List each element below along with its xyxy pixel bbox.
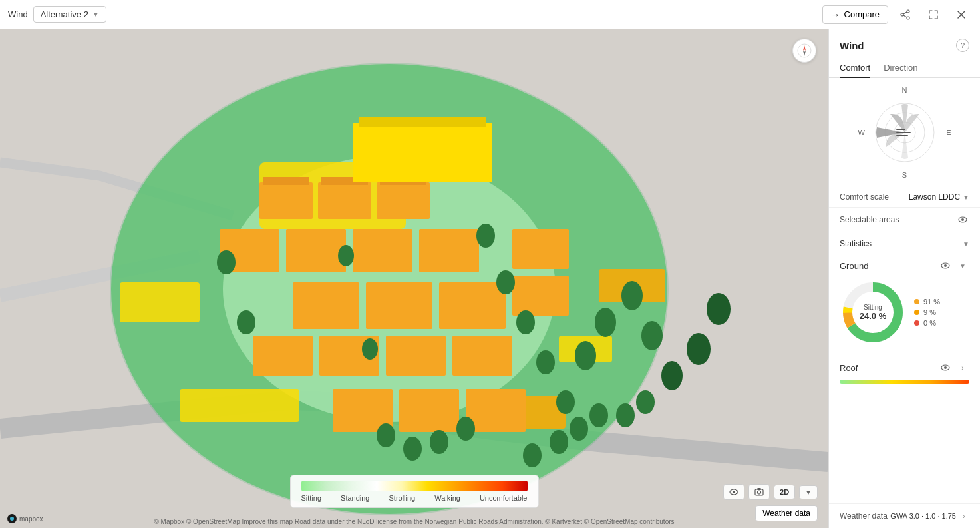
comfort-scale-row: Comfort scale Lawson LDDC ▼ xyxy=(829,187,980,208)
weather-data-arrow[interactable]: › xyxy=(959,511,969,521)
roof-bar xyxy=(840,380,969,384)
donut-center-text: Sitting xyxy=(860,304,886,311)
visibility-toggle[interactable] xyxy=(723,484,744,500)
statistics-chevron-icon: ▼ xyxy=(963,240,969,248)
svg-rect-23 xyxy=(353,123,492,182)
roof-eye-icon xyxy=(941,363,950,372)
svg-point-50 xyxy=(621,281,643,310)
svg-point-59 xyxy=(430,430,448,454)
legend-dot-2 xyxy=(914,310,919,315)
compass-icon xyxy=(797,43,812,58)
svg-rect-34 xyxy=(386,336,446,376)
svg-point-62 xyxy=(550,430,568,454)
legend-uncomfortable: Uncomfortable xyxy=(480,494,528,502)
map-attribution: © Mapbox © OpenStreetMap Improve this ma… xyxy=(154,518,674,525)
svg-point-86 xyxy=(944,264,947,267)
ground-section: Ground ▼ xyxy=(829,254,980,354)
svg-point-84 xyxy=(961,218,964,221)
tab-direction[interactable]: Direction xyxy=(884,59,917,78)
compare-arrow-icon: → xyxy=(831,9,840,20)
weather-data-row: Weather data GWA 3.0 · 1.0 · 1.75 › xyxy=(829,503,980,528)
roof-section: Roof › xyxy=(829,354,980,392)
top-bar-left: Wind Alternative 2 ▼ xyxy=(8,6,106,23)
legend-bar: Sitting Standing Strolling Walking Uncom… xyxy=(290,475,539,508)
svg-rect-27 xyxy=(353,229,412,272)
donut-center-pct: 24.0 % xyxy=(860,311,886,321)
svg-point-55 xyxy=(338,245,354,266)
roof-eye-button[interactable] xyxy=(939,361,952,374)
roof-header: Roof › xyxy=(840,354,969,380)
camera-icon xyxy=(754,487,764,497)
svg-point-47 xyxy=(556,390,575,414)
scenario-label: Alternative 2 xyxy=(41,9,88,19)
svg-rect-40 xyxy=(512,276,569,316)
ground-eye-button[interactable] xyxy=(939,259,952,272)
svg-rect-72 xyxy=(755,489,763,495)
statistics-row[interactable]: Statistics ▼ xyxy=(829,232,980,254)
svg-rect-17 xyxy=(259,182,313,219)
comfort-scale-value-text: Lawson LDDC xyxy=(909,192,960,202)
tab-comfort[interactable]: Comfort xyxy=(840,59,870,78)
city-map-svg xyxy=(0,29,828,528)
panel-spacer xyxy=(829,392,980,503)
help-button[interactable]: Weather data xyxy=(755,505,818,521)
map-area[interactable]: Sitting Standing Strolling Walking Uncom… xyxy=(0,29,828,528)
roof-expand-button[interactable]: › xyxy=(956,361,969,374)
selectable-areas-label: Selectable areas xyxy=(840,215,899,224)
comfort-scale-value[interactable]: Lawson LDDC ▼ xyxy=(909,192,969,202)
svg-point-76 xyxy=(10,517,14,521)
weather-data-value: GWA 3.0 · 1.0 · 1.75 › xyxy=(890,511,969,521)
svg-point-48 xyxy=(575,341,596,370)
scenario-dropdown[interactable]: Alternative 2 ▼ xyxy=(33,6,106,23)
expand-button[interactable] xyxy=(923,4,944,25)
2d-toggle[interactable]: 2D xyxy=(774,485,795,499)
ground-header: Ground ▼ xyxy=(840,254,969,279)
roof-title: Roof xyxy=(840,363,858,373)
eye-icon xyxy=(729,487,738,497)
compass-north-label: N xyxy=(902,86,907,94)
selectable-areas-eye-button[interactable] xyxy=(956,213,969,226)
panel-help-button[interactable]: ? xyxy=(956,39,969,52)
svg-rect-12 xyxy=(120,282,200,322)
comfort-scale-label: Comfort scale xyxy=(840,192,889,202)
expand-icon xyxy=(928,9,939,20)
weather-chevron-icon: › xyxy=(963,513,965,520)
svg-point-41 xyxy=(217,250,236,274)
statistics-label: Statistics xyxy=(840,239,872,248)
module-label: Wind xyxy=(8,9,28,19)
donut-legend: 91 % 9 % 0 % xyxy=(914,298,940,327)
legend-item-1: 91 % xyxy=(914,298,940,306)
close-icon xyxy=(956,9,967,20)
panel-header: Wind ? xyxy=(829,29,980,59)
legend-walking: Walking xyxy=(434,494,460,502)
weather-data-text: GWA 3.0 · 1.0 · 1.75 xyxy=(890,512,956,520)
ground-eye-icon xyxy=(941,261,950,270)
svg-point-53 xyxy=(687,333,711,365)
ground-chevron-icon: ▼ xyxy=(959,262,966,270)
svg-point-51 xyxy=(641,321,663,350)
view-controls: 2D ▼ xyxy=(723,484,818,500)
share-button[interactable] xyxy=(895,4,916,25)
svg-rect-18 xyxy=(263,177,309,185)
close-button[interactable] xyxy=(951,4,972,25)
wind-rose-svg xyxy=(872,99,938,166)
comfort-scale-dropdown-icon: ▼ xyxy=(963,194,969,201)
camera-toggle[interactable] xyxy=(748,484,770,500)
svg-point-57 xyxy=(377,423,395,447)
roof-chevron-icon: › xyxy=(961,364,963,372)
compass-button[interactable] xyxy=(792,39,816,63)
legend-gradient xyxy=(301,481,528,491)
legend-standing: Standing xyxy=(341,494,369,502)
svg-point-60 xyxy=(456,417,475,441)
svg-rect-35 xyxy=(452,336,512,376)
ground-expand-button[interactable]: ▼ xyxy=(956,259,969,272)
compare-button[interactable]: → Compare xyxy=(822,5,888,24)
donut-area: Sitting 24.0 % 91 % 9 % 0 % xyxy=(840,279,969,346)
svg-point-1 xyxy=(907,17,909,19)
compass-west-label: W xyxy=(858,129,865,136)
svg-point-52 xyxy=(661,361,683,390)
legend-pct-3: 0 % xyxy=(923,319,936,327)
svg-point-61 xyxy=(523,443,542,467)
legend-pct-1: 91 % xyxy=(923,298,940,306)
more-options[interactable]: ▼ xyxy=(799,485,818,499)
